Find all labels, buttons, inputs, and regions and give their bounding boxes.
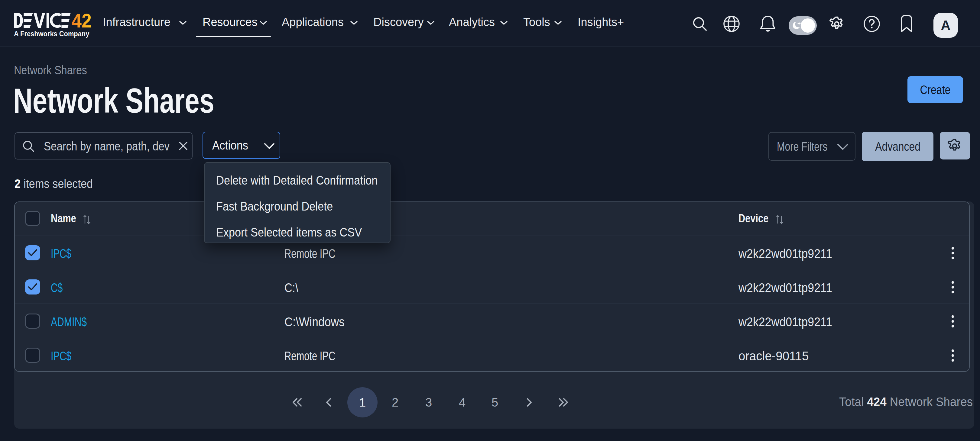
svg-text:42: 42 [72, 13, 92, 28]
